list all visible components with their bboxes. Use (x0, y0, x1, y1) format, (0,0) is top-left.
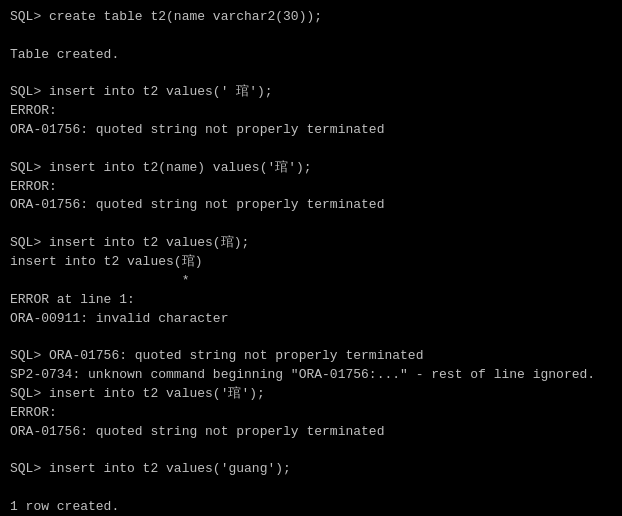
terminal-line: SQL> insert into t2 values('琯'); (10, 385, 612, 404)
empty-line (10, 479, 612, 498)
terminal-line: ORA-00911: invalid character (10, 310, 612, 329)
empty-line (10, 441, 612, 460)
terminal-window: SQL> create table t2(name varchar2(30));… (0, 0, 622, 516)
terminal-line: SQL> insert into t2(name) values('琯'); (10, 159, 612, 178)
empty-line (10, 65, 612, 84)
terminal-line: ERROR at line 1: (10, 291, 612, 310)
terminal-line: ORA-01756: quoted string not properly te… (10, 423, 612, 442)
terminal-line: 1 row created. (10, 498, 612, 516)
empty-line (10, 27, 612, 46)
terminal-line: Table created. (10, 46, 612, 65)
terminal-line: * (10, 272, 612, 291)
terminal-line: insert into t2 values(琯) (10, 253, 612, 272)
terminal-line: ERROR: (10, 102, 612, 121)
terminal-line: ERROR: (10, 178, 612, 197)
terminal-line: SQL> insert into t2 values(' 琯'); (10, 83, 612, 102)
terminal-line: SQL> insert into t2 values('guang'); (10, 460, 612, 479)
empty-line (10, 140, 612, 159)
terminal-line: ORA-01756: quoted string not properly te… (10, 121, 612, 140)
empty-line (10, 328, 612, 347)
terminal-line: ERROR: (10, 404, 612, 423)
terminal-line: SQL> ORA-01756: quoted string not proper… (10, 347, 612, 366)
terminal-line: SQL> insert into t2 values(琯); (10, 234, 612, 253)
terminal-line: SQL> create table t2(name varchar2(30)); (10, 8, 612, 27)
terminal-line: ORA-01756: quoted string not properly te… (10, 196, 612, 215)
terminal-line: SP2-0734: unknown command beginning "ORA… (10, 366, 612, 385)
empty-line (10, 215, 612, 234)
